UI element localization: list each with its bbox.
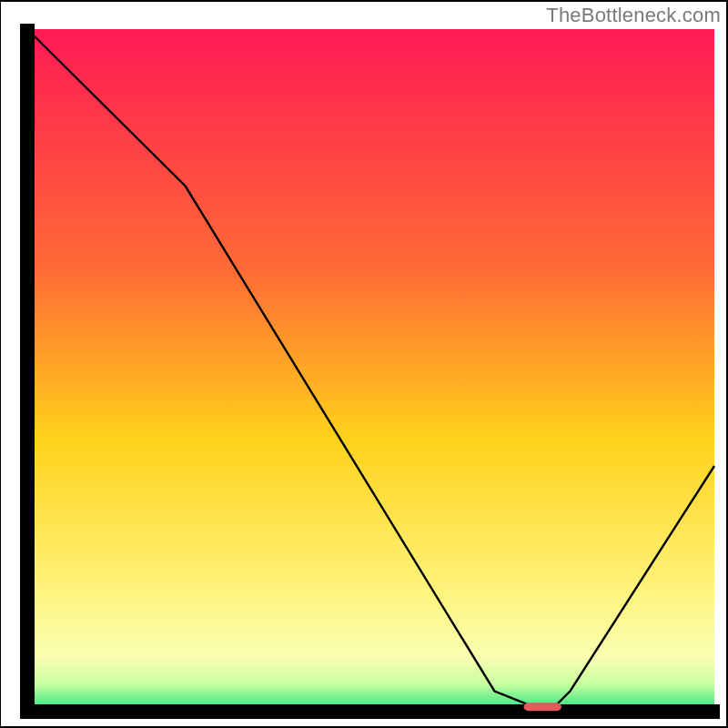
optimal-marker — [523, 703, 561, 711]
chart-container: TheBottleneck.com — [0, 0, 728, 728]
watermark-text: TheBottleneck.com — [546, 4, 721, 27]
bottleneck-chart — [0, 0, 728, 728]
